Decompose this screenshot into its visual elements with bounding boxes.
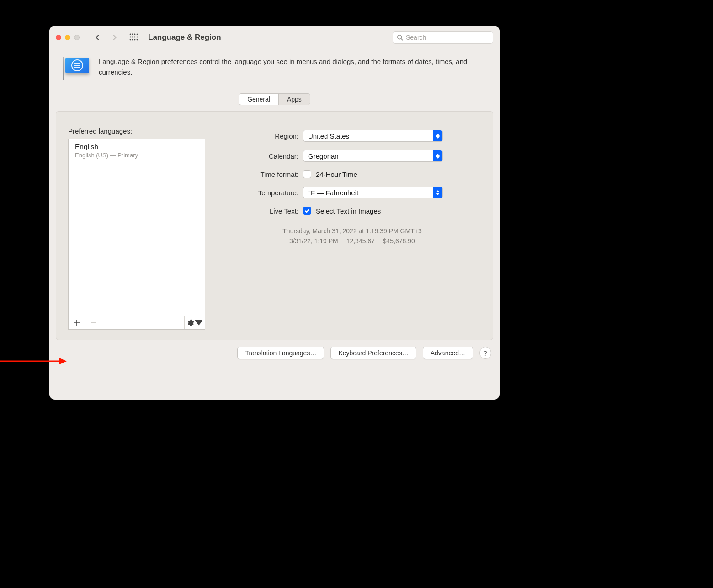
tab-general[interactable]: General [239,94,278,105]
svg-point-7 [137,37,138,38]
advanced-button[interactable]: Advanced… [423,347,473,359]
remove-language-button [85,316,101,329]
svg-point-10 [134,39,136,41]
svg-point-11 [137,39,138,41]
time-format-value: 24-Hour Time [316,171,357,178]
time-format-row: Time format: 24-Hour Time [223,170,481,178]
live-text-checkbox[interactable] [303,207,311,215]
time-format-checkbox[interactable] [303,170,311,178]
region-label: Region: [223,132,303,140]
search-field[interactable] [393,31,493,44]
search-input[interactable] [406,34,489,41]
description-text: Language & Region preferences control th… [99,57,490,84]
translation-languages-button[interactable]: Translation Languages… [237,347,324,359]
bottom-button-row: Translation Languages… Keyboard Preferen… [49,347,500,367]
plus-icon [74,320,80,326]
zoom-window-button [74,35,80,40]
time-format-label: Time format: [223,171,303,178]
region-row: Region: United States [223,130,481,142]
svg-point-5 [132,37,133,38]
svg-point-2 [134,34,136,35]
region-value: United States [308,132,349,140]
show-all-button[interactable] [127,31,140,44]
language-list-footer [68,316,205,330]
minimize-window-button[interactable] [65,35,70,40]
svg-point-9 [132,39,133,41]
list-item[interactable]: English English (US) — Primary [69,139,205,161]
select-stepper-icon [433,150,442,161]
minus-icon [90,320,96,326]
temperature-label: Temperature: [223,189,303,197]
temperature-value: °F — Fahrenheit [308,189,358,197]
live-text-label: Live Text: [223,207,303,215]
language-actions-menu[interactable] [185,316,205,329]
preferences-window: Language & Region Language & Region pref… [49,26,500,400]
live-text-value: Select Text in Images [316,207,381,215]
calendar-value: Gregorian [308,152,339,160]
check-icon [304,208,310,214]
settings-form: Region: United States Calendar: Gregoria… [223,127,481,330]
calendar-select[interactable]: Gregorian [303,150,443,162]
calendar-row: Calendar: Gregorian [223,150,481,162]
svg-point-3 [137,34,138,35]
calendar-label: Calendar: [223,152,303,160]
chevron-down-icon [195,319,202,326]
gear-icon [187,319,194,326]
forward-button [108,31,121,44]
format-example: Thursday, March 31, 2022 at 1:19:39 PM G… [223,226,481,246]
keyboard-preferences-button[interactable]: Keyboard Preferences… [330,347,416,359]
main-panel: Preferred languages: English English (US… [56,111,493,340]
temperature-row: Temperature: °F — Fahrenheit [223,187,481,198]
tab-apps[interactable]: Apps [278,94,310,105]
svg-point-12 [398,35,402,39]
language-list[interactable]: English English (US) — Primary [68,139,205,316]
add-language-button[interactable] [69,316,85,329]
live-text-row: Live Text: Select Text in Images [223,207,481,215]
preferred-languages-label: Preferred languages: [68,127,205,135]
tab-control-row: General Apps [49,93,500,105]
svg-point-1 [132,34,133,35]
svg-point-6 [134,37,136,38]
svg-point-4 [130,37,131,38]
window-toolbar: Language & Region [49,26,500,49]
back-button[interactable] [91,31,104,44]
globe-flag-icon [59,57,93,84]
language-name: English [75,143,198,151]
svg-point-8 [130,39,131,41]
help-button[interactable]: ? [479,347,491,359]
example-line-2: 3/31/22, 1:19 PM 12,345.67 $45,678.90 [223,236,481,246]
select-stepper-icon [433,187,442,198]
language-sub: English (US) — Primary [75,152,198,159]
example-line-1: Thursday, March 31, 2022 at 1:19:39 PM G… [223,226,481,236]
search-icon [397,34,403,41]
description-row: Language & Region preferences control th… [49,49,500,93]
close-window-button[interactable] [56,35,61,40]
traffic-lights [56,35,80,40]
tab-control: General Apps [239,93,310,105]
select-stepper-icon [433,130,442,141]
svg-point-0 [130,34,131,35]
region-select[interactable]: United States [303,130,443,142]
svg-line-13 [401,39,403,41]
temperature-select[interactable]: °F — Fahrenheit [303,187,443,198]
preferred-languages-section: Preferred languages: English English (US… [68,127,205,330]
footer-spacer [101,316,185,329]
window-title: Language & Region [148,33,221,42]
